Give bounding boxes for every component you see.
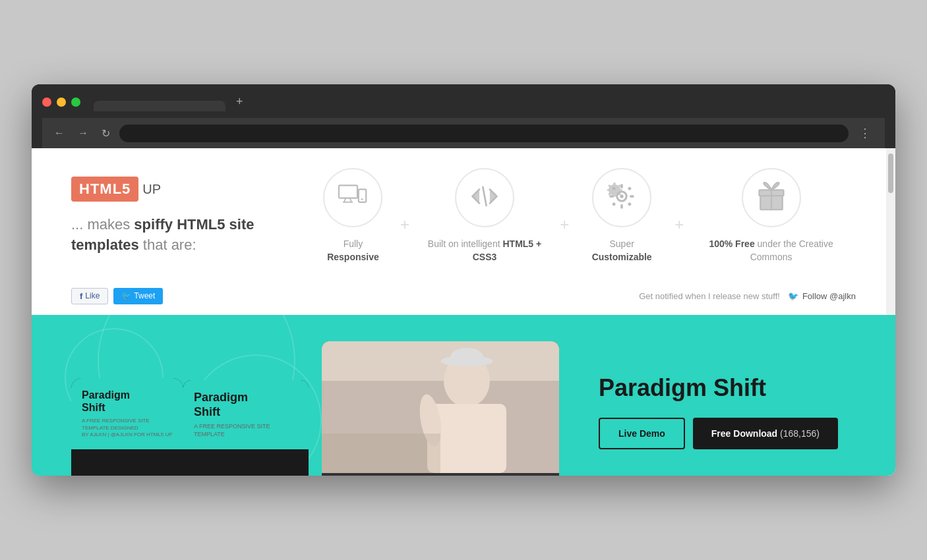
svg-rect-27 — [322, 434, 440, 473]
feature-code: Built on intelligent HTML5 + CSS3 — [412, 168, 557, 264]
logo-html5: HTML5 — [71, 177, 138, 202]
gift-icon — [757, 182, 786, 213]
logo-up: UP — [142, 182, 161, 197]
plus-icon-2: + — [557, 192, 572, 234]
twitter-icon: 🐦 — [121, 291, 131, 300]
free-download-label: Free Download — [711, 428, 777, 439]
fb-like-label: Like — [85, 291, 100, 300]
refresh-button[interactable]: ↻ — [98, 125, 114, 142]
feature-circle-code — [455, 168, 514, 227]
person-illustration — [322, 341, 559, 473]
maximize-button[interactable] — [71, 98, 80, 107]
feature-circle-responsive — [323, 168, 382, 227]
svg-rect-15 — [612, 202, 616, 206]
svg-rect-25 — [450, 348, 483, 366]
browser-titlebar: + ← → ↻ ⋮ — [32, 84, 895, 148]
svg-rect-10 — [620, 205, 623, 209]
tablet-screen-title: ParadigmShift — [194, 391, 298, 419]
laptop-screen — [322, 341, 559, 473]
tablet-mockup: ParadigmShift A FREE RESPONSIVE SITE TEM… — [183, 380, 309, 476]
browser-toolbar: ← → ↻ ⋮ — [42, 118, 885, 148]
tagline-suffix: that are: — [139, 237, 196, 253]
free-download-button[interactable]: Free Download (168,156) — [693, 418, 838, 449]
social-bar: f Like 🐦 Tweet Get notified when I relea… — [32, 277, 895, 315]
browser-top-row: + — [42, 92, 885, 111]
traffic-lights — [42, 98, 80, 107]
svg-rect-16 — [628, 202, 632, 206]
svg-rect-0 — [339, 186, 357, 198]
phone-mockup: ParadigmShift A FREE RESPONSIVE SITE TEM… — [71, 378, 183, 476]
scrollbar-thumb[interactable] — [888, 154, 893, 193]
svg-rect-11 — [610, 196, 614, 198]
gear-icon — [607, 182, 636, 213]
logo-box: HTML5 UP — [71, 177, 309, 202]
address-bar[interactable] — [119, 125, 849, 142]
svg-rect-4 — [359, 190, 366, 202]
facebook-like-button[interactable]: f Like — [71, 288, 108, 304]
feature-free: 100% Free under the Creative Commons — [686, 168, 856, 264]
phone-screen: ParadigmShift A FREE RESPONSIVE SITE TEM… — [71, 378, 183, 449]
new-tab-button[interactable]: + — [228, 92, 251, 111]
browser-menu-button[interactable]: ⋮ — [854, 123, 877, 143]
forward-button[interactable]: → — [74, 125, 92, 142]
template-preview-area: ParadigmShift A FREE RESPONSIVE SITE TEM… — [71, 341, 559, 476]
feature-label-responsive: Fully Responsive — [322, 238, 384, 264]
download-count: (168,156) — [780, 428, 820, 439]
logo-area: HTML5 UP ... makes spiffy HTML5 site tem… — [71, 177, 309, 256]
twitter-tweet-button[interactable]: 🐦 Tweet — [113, 288, 163, 304]
tab-bar: + — [94, 92, 885, 111]
feature-customizable: Super Customizable — [572, 168, 672, 264]
features-area: Fully Responsive + — [309, 168, 856, 264]
template-buttons: Live Demo Free Download (168,156) — [599, 418, 856, 449]
feature-label-code: Built on intelligent HTML5 + CSS3 — [425, 238, 544, 264]
twitter-icon-small: 🐦 — [788, 291, 798, 301]
tagline: ... makes spiffy HTML5 site templates th… — [71, 215, 309, 256]
template-title: Paradigm Shift — [599, 374, 856, 402]
back-button[interactable]: ← — [50, 125, 69, 142]
feature-responsive: Fully Responsive — [309, 168, 398, 264]
webpage-content: HTML5 UP ... makes spiffy HTML5 site tem… — [32, 148, 895, 475]
tw-tweet-label: Tweet — [134, 291, 155, 300]
close-button[interactable] — [42, 98, 51, 107]
feature-label-customizable: Super Customizable — [585, 238, 659, 264]
notify-text: Get notified when I release new stuff! — [639, 291, 780, 301]
svg-rect-12 — [630, 196, 634, 198]
svg-point-8 — [620, 195, 624, 198]
feature-circle-free — [742, 168, 801, 227]
phone-screen-subtitle: A FREE RESPONSIVE SITE TEMPLATE DESIGNED… — [82, 418, 173, 438]
tagline-prefix: ... makes — [71, 216, 134, 233]
svg-rect-14 — [628, 186, 632, 190]
plus-icon-3: + — [672, 192, 686, 234]
social-buttons: f Like 🐦 Tweet — [71, 288, 163, 304]
plus-icon-1: + — [398, 192, 412, 234]
laptop-mockup — [322, 341, 559, 476]
template-info: Paradigm Shift Live Demo Free Download (… — [559, 374, 856, 476]
svg-line-6 — [483, 187, 486, 206]
minimize-button[interactable] — [57, 98, 66, 107]
feature-label-free: 100% Free under the Creative Commons — [700, 238, 843, 264]
browser-window: + ← → ↻ ⋮ HTML5 UP ... makes sp — [32, 84, 895, 475]
monitor-phone-icon — [338, 182, 367, 213]
notify-area: Get notified when I release new stuff! 🐦… — [639, 291, 856, 301]
browser-tab[interactable] — [94, 101, 225, 111]
live-demo-button[interactable]: Live Demo — [599, 418, 685, 449]
tablet-screen: ParadigmShift A FREE RESPONSIVE SITE TEM… — [183, 380, 309, 449]
template-section: ParadigmShift A FREE RESPONSIVE SITE TEM… — [32, 315, 895, 476]
follow-label: Follow @ajlkn — [802, 291, 856, 301]
site-header: HTML5 UP ... makes spiffy HTML5 site tem… — [32, 148, 895, 277]
code-icon — [470, 182, 499, 213]
follow-button[interactable]: 🐦 Follow @ajlkn — [788, 291, 856, 301]
facebook-icon: f — [80, 291, 82, 301]
phone-screen-title: ParadigmShift — [82, 389, 173, 414]
feature-circle-customizable — [592, 168, 651, 227]
svg-rect-9 — [620, 184, 623, 188]
